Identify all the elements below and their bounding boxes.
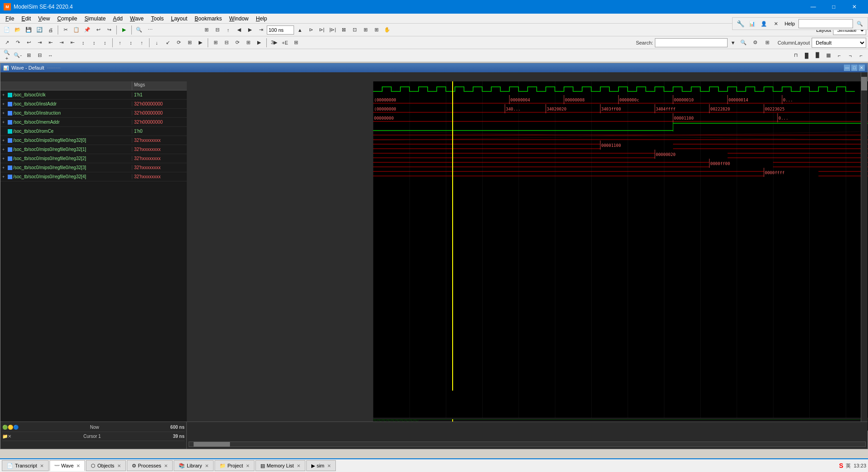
signal-row-9[interactable]: +◆/soc_tb/soc0/mips0/regfile0/reg32[4]32… xyxy=(0,172,187,181)
step-run2[interactable]: ⇤ xyxy=(45,38,55,48)
expand-btn-1[interactable]: + xyxy=(2,102,7,106)
sim-up[interactable]: ↑ xyxy=(223,25,233,35)
expand-btn-2[interactable]: + xyxy=(2,111,7,115)
wave-dl3[interactable]: ⟳ xyxy=(174,38,184,48)
wave-tool2[interactable]: ↕ xyxy=(126,38,136,48)
signal-row-8[interactable]: +◆/soc_tb/soc0/mips0/regfile0/reg32[3]32… xyxy=(0,163,187,172)
copy-button[interactable]: 📋 xyxy=(71,25,81,35)
search-dropdown-btn[interactable]: ▼ xyxy=(729,38,737,48)
wave-ev2[interactable]: +E xyxy=(280,38,290,48)
tab-sim-close[interactable]: ✕ xyxy=(327,463,331,468)
v-scrollbar-thumb[interactable] xyxy=(861,77,867,90)
menu-help[interactable]: Help xyxy=(252,15,271,23)
expand-btn-6[interactable]: + xyxy=(2,147,7,152)
zoom-fit[interactable]: ↔ xyxy=(45,50,55,60)
wave-dl2[interactable]: ↙ xyxy=(163,38,173,48)
wave-close[interactable]: ✕ xyxy=(858,65,865,71)
wave-minimize[interactable]: — xyxy=(844,65,850,71)
menu-compile[interactable]: Compile xyxy=(54,15,81,23)
signal-row-6[interactable]: +◆/soc_tb/soc0/mips0/regfile0/reg32[1]32… xyxy=(0,145,187,154)
wave-shape6[interactable]: ¬ xyxy=(845,50,855,60)
wave-shape3[interactable]: ▉ xyxy=(813,50,823,60)
wave-op3[interactable]: ⟳ xyxy=(232,38,242,48)
scrollbar-thumb[interactable] xyxy=(194,442,230,447)
sim-time-up[interactable]: ▲ xyxy=(295,25,305,35)
tab-library-close[interactable]: ✕ xyxy=(205,463,209,468)
close-button[interactable]: ✕ xyxy=(844,0,864,14)
expand-btn-5[interactable]: + xyxy=(2,138,7,143)
help-icon1[interactable]: 🔧 xyxy=(735,19,745,29)
expand-btn-9[interactable]: + xyxy=(2,175,7,179)
sim-hand[interactable]: ✋ xyxy=(382,25,392,35)
menu-tools[interactable]: Tools xyxy=(147,15,167,23)
wave-ev1[interactable]: 3▶ xyxy=(269,38,279,48)
sim-ctrl2[interactable]: ⊟ xyxy=(212,25,222,35)
help-icon3[interactable]: 👤 xyxy=(759,19,769,29)
expand-btn-8[interactable]: + xyxy=(2,166,7,170)
step-out[interactable]: ↩ xyxy=(24,38,34,48)
wave-ev3[interactable]: ⊞ xyxy=(291,38,301,48)
wave-op2[interactable]: ⊟ xyxy=(221,38,231,48)
tab-project-close[interactable]: ✕ xyxy=(246,463,249,468)
more-button[interactable]: ⋯ xyxy=(145,25,155,35)
tab-transcript-close[interactable]: ✕ xyxy=(40,463,44,468)
wave-op4[interactable]: ⊞ xyxy=(243,38,253,48)
wave-op5[interactable]: ▶ xyxy=(254,38,264,48)
signal-row-5[interactable]: +◆/soc_tb/soc0/mips0/regfile0/reg32[0]32… xyxy=(0,136,187,145)
tab-processes[interactable]: ⚙ Processes ✕ xyxy=(127,460,173,471)
step-run6[interactable]: ↕ xyxy=(89,38,99,48)
step-run3[interactable]: ⇥ xyxy=(56,38,66,48)
wave-shape2[interactable]: █ xyxy=(802,50,812,60)
step-run4[interactable]: ⇤ xyxy=(67,38,77,48)
step-run5[interactable]: ↕ xyxy=(78,38,88,48)
sim-back[interactable]: ◀ xyxy=(234,25,244,35)
minimize-button[interactable]: — xyxy=(803,0,823,14)
tab-memory-list[interactable]: ▤ Memory List ✕ xyxy=(255,460,305,471)
h-scrollbar[interactable] xyxy=(189,442,866,447)
search-input[interactable] xyxy=(655,38,728,47)
wave-shape4[interactable]: ▦ xyxy=(823,50,833,60)
cut-button[interactable]: ✂ xyxy=(60,25,70,35)
menu-simulate[interactable]: Simulate xyxy=(81,15,110,23)
help-input[interactable] xyxy=(798,19,853,28)
help-icon2[interactable]: 📊 xyxy=(747,19,757,29)
sim-ctrl1[interactable]: ⊞ xyxy=(201,25,211,35)
zoom-in[interactable]: 🔍+ xyxy=(2,50,12,60)
print-button[interactable]: 🖨 xyxy=(45,25,55,35)
step-run1[interactable]: ⇥ xyxy=(35,38,45,48)
signal-row-1[interactable]: +◆/soc_tb/soc0/instAddr32'h00000000 xyxy=(0,100,187,109)
undo-button[interactable]: ↩ xyxy=(93,25,103,35)
wave-shape1[interactable]: ⊓ xyxy=(791,50,801,60)
wave-dl5[interactable]: ▶ xyxy=(195,38,205,48)
menu-wave[interactable]: Wave xyxy=(126,15,147,23)
wave-dl4[interactable]: ⊞ xyxy=(185,38,195,48)
paste-button[interactable]: 📌 xyxy=(82,25,92,35)
redo-button[interactable]: ↪ xyxy=(104,25,114,35)
sim-more2[interactable]: ⊞ xyxy=(371,25,381,35)
tab-memory-list-close[interactable]: ✕ xyxy=(297,463,300,468)
column-layout-select[interactable]: Default xyxy=(812,38,866,48)
tab-objects[interactable]: ⬡ Objects ✕ xyxy=(86,460,125,471)
zoom-out[interactable]: 🔍- xyxy=(13,50,23,60)
run-button[interactable]: ▶ xyxy=(119,25,129,35)
signal-row-4[interactable]: ◆/soc_tb/soc0/romCe1'h0 xyxy=(0,127,187,136)
signal-row-7[interactable]: +◆/soc_tb/soc0/mips0/regfile0/reg32[2]32… xyxy=(0,154,187,163)
save-button[interactable]: 💾 xyxy=(24,25,34,35)
step-in[interactable]: ↗ xyxy=(2,38,12,48)
sim-run-all[interactable]: ⊳ xyxy=(306,25,316,35)
tab-transcript[interactable]: 📄 Transcript ✕ xyxy=(2,460,49,471)
signal-row-0[interactable]: +◆/soc_tb/soc0/clk1'h1 xyxy=(0,90,187,100)
search-adv[interactable]: ⚙ xyxy=(750,38,760,48)
waveform-area[interactable]: (00000000 00000004 00000008 0000000c 000… xyxy=(373,81,868,431)
step-over[interactable]: ↷ xyxy=(13,38,23,48)
search-opt[interactable]: ⊞ xyxy=(762,38,772,48)
tab-processes-close[interactable]: ✕ xyxy=(164,463,168,468)
tab-wave-close[interactable]: ✕ xyxy=(76,463,80,468)
wave-tool3[interactable]: ↑ xyxy=(137,38,147,48)
sim-time-input[interactable] xyxy=(267,25,294,35)
v-scrollbar[interactable] xyxy=(861,72,868,422)
menu-window[interactable]: Window xyxy=(225,15,252,23)
tab-library[interactable]: 📚 Library ✕ xyxy=(174,460,214,471)
search-files-button[interactable]: 🔍 xyxy=(134,25,144,35)
help-search-btn[interactable]: 🔍 xyxy=(855,19,865,29)
